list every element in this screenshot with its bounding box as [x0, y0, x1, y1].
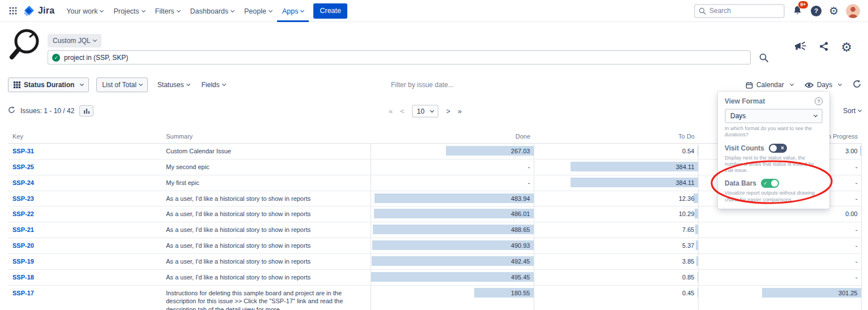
- sort-dropdown[interactable]: Sort: [843, 107, 861, 115]
- calendar-icon: [746, 81, 753, 89]
- run-query-search-icon[interactable]: [759, 53, 768, 64]
- format-select[interactable]: Days: [725, 109, 823, 123]
- column-header-done[interactable]: Done: [371, 129, 534, 144]
- app-switcher-icon[interactable]: [6, 2, 20, 19]
- issue-summary: My second epic: [158, 159, 371, 175]
- fields-label: Fields: [202, 81, 220, 89]
- duration-cell-todo: 0.54: [534, 144, 698, 160]
- nav-filters[interactable]: Filters: [150, 0, 185, 22]
- page-size-select[interactable]: 10: [412, 105, 439, 118]
- jql-query-text: project in (SSP, SKP): [64, 54, 128, 62]
- duration-cell-in_progress: -: [698, 222, 861, 238]
- nav-dashboards[interactable]: Dashboards: [185, 0, 239, 22]
- chevron-down-icon: [93, 38, 97, 42]
- data-bars-toggle[interactable]: ✓: [761, 179, 779, 188]
- issue-summary: Custom Calendar Issue: [158, 144, 371, 160]
- first-page-icon[interactable]: «: [389, 107, 393, 115]
- duration-cell-todo: 5.37: [534, 238, 698, 254]
- jira-logo-icon: [23, 5, 35, 17]
- data-bars-label: Data Bars: [725, 179, 756, 187]
- issue-date-filter-input[interactable]: Filter by issue date...: [391, 81, 454, 89]
- duration-value: 0.85: [682, 274, 694, 281]
- create-button[interactable]: Create: [313, 3, 347, 19]
- data-bar: [374, 209, 534, 218]
- duration-value: -: [856, 195, 858, 202]
- visit-counts-label: Visit Counts: [725, 144, 764, 152]
- visit-counts-help-text: Display next to the status value, the nu…: [725, 155, 823, 174]
- format-help-text: In which format do you want to see the d…: [725, 126, 823, 139]
- report-toolbar: Status Duration List of Total Statuses F…: [8, 77, 861, 93]
- column-header-key[interactable]: Key: [8, 129, 158, 144]
- view-format-dropdown[interactable]: Days: [805, 81, 841, 89]
- issue-key-link[interactable]: SSP-23: [12, 195, 34, 202]
- issue-key-link[interactable]: SSP-18: [12, 274, 34, 281]
- chevron-down-icon: [430, 108, 434, 112]
- duration-cell-todo: 7.65: [534, 222, 698, 238]
- issue-key-link[interactable]: SSP-24: [12, 179, 34, 186]
- duration-value: -: [856, 258, 858, 265]
- fields-dropdown[interactable]: Fields: [199, 81, 228, 89]
- notifications-button[interactable]: 9+: [792, 5, 803, 16]
- help-button[interactable]: ?: [811, 6, 822, 16]
- pagination: « < 10 > »: [389, 105, 462, 118]
- duration-cell-todo: 0.45: [534, 285, 698, 310]
- issue-key-link[interactable]: SSP-21: [12, 226, 34, 233]
- duration-value: 0.45: [682, 290, 694, 296]
- user-avatar[interactable]: [846, 4, 860, 18]
- data-bar: [371, 272, 534, 282]
- duration-cell-done: 267.03: [371, 144, 534, 160]
- panel-help-icon[interactable]: ?: [815, 97, 823, 105]
- next-page-icon[interactable]: >: [446, 107, 450, 115]
- duration-cell-done: 486.01: [371, 206, 534, 222]
- jql-query-input[interactable]: ✓ project in (SSP, SKP): [48, 50, 751, 64]
- jql-mode-label: Custom JQL: [53, 37, 91, 45]
- sync-icon[interactable]: [8, 106, 15, 115]
- chart-view-button[interactable]: [79, 105, 93, 117]
- report-type-dropdown[interactable]: Status Duration: [8, 78, 89, 92]
- issue-key-link[interactable]: SSP-22: [12, 210, 34, 217]
- duration-cell-todo: 384.11: [534, 159, 698, 175]
- column-header-summary[interactable]: Summary: [158, 129, 371, 144]
- duration-value: 0.54: [682, 148, 694, 154]
- visit-counts-toggle[interactable]: ×: [769, 144, 787, 153]
- chevron-down-icon: [222, 82, 226, 86]
- data-bar: [695, 209, 698, 218]
- nav-people[interactable]: People: [239, 0, 277, 22]
- report-settings-gear-icon[interactable]: ⚙: [841, 41, 852, 54]
- nav-your-work[interactable]: Your work: [61, 0, 108, 22]
- grid-icon: [9, 7, 17, 15]
- nav-projects[interactable]: Projects: [108, 0, 150, 22]
- last-page-icon[interactable]: »: [458, 107, 462, 115]
- bar-chart-icon: [83, 108, 90, 114]
- issue-summary: As a user, I'd like a historical story t…: [158, 191, 371, 206]
- jql-mode-dropdown[interactable]: Custom JQL: [48, 34, 101, 48]
- data-bar: [372, 256, 533, 266]
- statuses-dropdown[interactable]: Statuses: [155, 81, 192, 89]
- global-search-input[interactable]: Search: [694, 4, 785, 18]
- duration-cell-done: 492.45: [371, 253, 534, 269]
- search-placeholder: Search: [709, 7, 731, 15]
- issue-summary: As a user, I'd like a historical story t…: [158, 238, 371, 254]
- prev-page-icon[interactable]: <: [400, 107, 405, 115]
- list-mode-dropdown[interactable]: List of Total: [96, 78, 147, 92]
- table-row: SSP-17Instructions for deleting this sam…: [8, 285, 861, 310]
- search-icon: [699, 7, 706, 15]
- issue-key-link[interactable]: SSP-25: [12, 163, 34, 170]
- settings-gear-icon[interactable]: ⚙: [829, 6, 839, 16]
- data-bar: [372, 240, 533, 250]
- share-icon[interactable]: [819, 41, 829, 53]
- issue-key-link[interactable]: SSP-31: [12, 148, 34, 154]
- issue-key-link[interactable]: SSP-20: [12, 242, 34, 249]
- nav-apps[interactable]: Apps: [277, 0, 309, 22]
- issue-key-link[interactable]: SSP-17: [12, 290, 34, 296]
- issue-key-link[interactable]: SSP-19: [12, 258, 34, 265]
- jira-logo[interactable]: Jira: [23, 5, 54, 17]
- duration-cell-todo: 384.11: [534, 175, 698, 191]
- refresh-icon[interactable]: [853, 80, 861, 90]
- person-icon: [846, 4, 860, 18]
- duration-value: 10.29: [679, 210, 695, 217]
- column-header-todo[interactable]: To Do: [534, 129, 698, 144]
- calendar-dropdown[interactable]: Calendar: [746, 81, 793, 89]
- announcement-megaphone-icon[interactable]: [794, 41, 807, 54]
- key-cell: SSP-17: [8, 285, 158, 310]
